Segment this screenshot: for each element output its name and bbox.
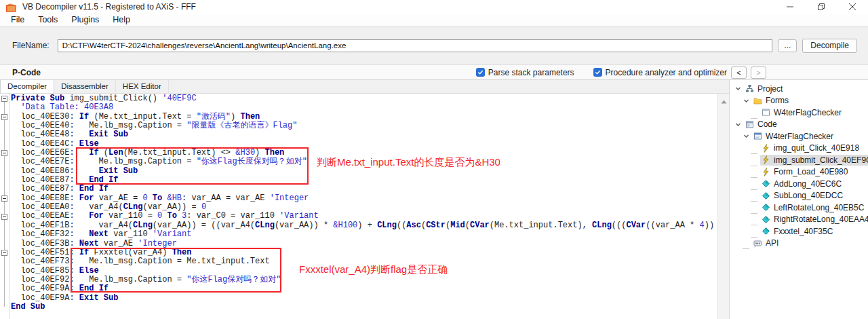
tree-item-body[interactable]: Forms [752, 95, 793, 106]
minimize-icon[interactable] [774, 0, 806, 14]
filename-input[interactable] [58, 39, 773, 52]
bolt-icon [762, 144, 770, 153]
tree-item-label: W4terFlagChecker [774, 108, 842, 117]
folder-icon [753, 96, 762, 105]
code-line: loc_40EE4C: Else [11, 140, 729, 149]
tree-item-label: AddLong_40EC6C [774, 179, 842, 189]
tree-item-sublong-40edcc[interactable]: SubLong_40EDCC [730, 190, 868, 202]
tree-item-body[interactable]: W4terFlagChecker [760, 107, 846, 118]
fold-collapse-icon[interactable] [1, 214, 7, 220]
tree-item-body[interactable]: Project [744, 83, 787, 94]
tree-item-body[interactable]: API [752, 238, 783, 248]
title-bar: VB Decompiler v11.5 - Registered to AXiS… [0, 0, 868, 14]
pcode-title: P-Code [12, 68, 41, 77]
annotation-note: Fxxxtel(var_A4)判断flag是否正确 [299, 263, 448, 276]
code-line: loc_40EEAE: For var_110 = 0 To 3: var_C0… [11, 212, 729, 221]
filename-label: FileName: [12, 41, 50, 50]
code-line: loc_40EF9A: End If [11, 284, 729, 293]
code-line: loc_40EF32: Next var_110 'Variant [11, 230, 729, 239]
filename-toolbar: FileName: ... Decompile [0, 26, 868, 64]
tree-item-leftrotatelong-40eb5c[interactable]: LeftRotateLong_40EB5C [730, 202, 868, 214]
tree-item-addlong-40ec6c[interactable]: AddLong_40EC6C [730, 178, 868, 190]
decompile-button[interactable]: Decompile [802, 39, 857, 53]
code-vertical-scrollbar[interactable] [717, 94, 729, 319]
tab-disassembler[interactable]: Disassembler [54, 80, 116, 93]
tree-item-body[interactable]: img_quit_Click_40E918 [760, 143, 863, 153]
tree-item-body[interactable]: W4terFlagChecker [752, 131, 837, 142]
tree-item-img-submit-click-40ef9c[interactable]: img_submit_Click_40EF9C [730, 154, 868, 166]
tab-decompiler[interactable]: Decompiler [0, 80, 54, 93]
tab-hex-editor[interactable]: HEX Editor [116, 80, 169, 93]
chevron-down-icon[interactable] [734, 120, 743, 129]
code-line: loc_40EE8E: For var_AE = 0 To &HB: var_A… [11, 194, 729, 203]
bolt-icon [762, 168, 770, 176]
tree-item-body[interactable]: img_submit_Click_40EF9C [760, 155, 868, 166]
window-title: VB Decompiler v11.5 - Registered to AXiS… [22, 2, 196, 12]
parse-stack-checkbox[interactable]: Parse stack parameters [476, 68, 574, 77]
bolt-icon [762, 155, 770, 164]
menu-tools[interactable]: Tools [31, 15, 64, 24]
code-line: loc_40EE48: Exit Sub [11, 130, 729, 139]
tree-item-forms[interactable]: Forms [730, 95, 868, 107]
fold-collapse-icon[interactable] [1, 250, 7, 256]
code-line: loc_40EEA0: var_A4(CLng(var_AA)) = 0 [11, 203, 729, 212]
procedure-analyzer-label: Procedure analyzer and optimizer [606, 68, 727, 77]
code-icon [745, 120, 754, 129]
code-line: 'Data Table: 40E3A8 [11, 103, 729, 112]
menu-plugins[interactable]: Plugins [64, 15, 106, 24]
browse-button[interactable]: ... [778, 39, 797, 52]
tree-item-label: Form_Load_40E980 [774, 167, 848, 176]
tree-item-label: img_submit_Click_40EF9C [774, 155, 868, 165]
api-icon [753, 239, 762, 248]
pcode-bar: P-Code Parse stack parameters Procedure … [0, 64, 868, 80]
method-icon [762, 191, 770, 200]
tree-item-label: LeftRotateLong_40EB5C [774, 203, 864, 212]
restore-icon[interactable] [806, 0, 837, 14]
code-line: loc_40EF3B: Next var_AE 'Integer [11, 240, 729, 248]
tree-item-code[interactable]: Code [730, 119, 868, 131]
fold-collapse-icon[interactable] [1, 150, 7, 156]
code-line: loc_40EF92: Me.lb_msg.Caption = "你这Flag保… [11, 276, 729, 284]
tree-item-body[interactable]: Fxxxtel_40F35C [760, 226, 837, 237]
code-line: loc_40EF1B: var_A4(CLng(var_AA)) = ((var… [11, 221, 729, 230]
procedure-analyzer-checkbox[interactable]: Procedure analyzer and optimizer [593, 68, 727, 77]
tree-item-body[interactable]: RightRotateLong_40EAA4 [760, 214, 868, 225]
tree-item-form-load-40e980[interactable]: Form_Load_40E980 [730, 166, 868, 179]
tree-item-body[interactable]: Form_Load_40E980 [760, 166, 852, 177]
tree-item-body[interactable]: Code [744, 119, 781, 130]
next-procedure-button[interactable]: > [751, 67, 766, 79]
tree-item-body[interactable]: SubLong_40EDCC [760, 190, 847, 201]
tree-item-w4terflagchecker[interactable]: W4terFlagChecker [730, 130, 868, 143]
fold-collapse-icon[interactable] [1, 96, 7, 102]
prev-procedure-button[interactable]: < [731, 67, 747, 79]
tree-item-fxxxtel-40f35c[interactable]: Fxxxtel_40F35C [730, 225, 868, 238]
chevron-down-icon[interactable] [742, 132, 751, 140]
project-icon [745, 84, 754, 93]
code-line: loc_40EE87: End If [11, 185, 729, 193]
chevron-down-icon[interactable] [742, 96, 751, 105]
tree-item-body[interactable]: AddLong_40EC6C [760, 179, 846, 189]
menu-file[interactable]: File [4, 15, 31, 24]
tree-item-body[interactable]: LeftRotateLong_40EB5C [760, 202, 868, 213]
tree-item-w4terflagchecker[interactable]: W4terFlagChecker [730, 107, 868, 119]
method-icon [762, 179, 770, 188]
code-line: loc_40EF51: If Fxxxtel(var_A4) Then [11, 248, 729, 257]
method-icon [762, 203, 770, 212]
tree-item-rightrotatelong-40eaa4[interactable]: RightRotateLong_40EAA4 [730, 214, 868, 226]
chevron-down-icon[interactable] [734, 84, 743, 93]
scroll-up-icon[interactable] [721, 97, 727, 107]
tree-item-label: Forms [766, 96, 789, 105]
project-tree-panel: ProjectFormsW4terFlagCheckerCodeW4terFla… [729, 80, 868, 319]
tree-item-label: img_quit_Click_40E918 [774, 143, 859, 153]
tree-item-label: SubLong_40EDCC [774, 191, 843, 200]
close-icon[interactable] [837, 0, 868, 14]
decompiled-code-view[interactable]: Private Sub img_submit_Click() '40EF9C '… [0, 94, 729, 319]
tree-item-project[interactable]: Project [730, 83, 868, 95]
fold-collapse-icon[interactable] [1, 195, 7, 202]
fold-collapse-icon[interactable] [1, 114, 7, 120]
menu-help[interactable]: Help [106, 15, 137, 24]
tree-item-img-quit-click-40e918[interactable]: img_quit_Click_40E918 [730, 143, 868, 155]
method-icon [762, 215, 770, 224]
code-line: loc_40EE40: Me.lb_msg.Caption = "限量版《古老的… [11, 121, 729, 130]
tree-item-api[interactable]: API [730, 238, 868, 250]
